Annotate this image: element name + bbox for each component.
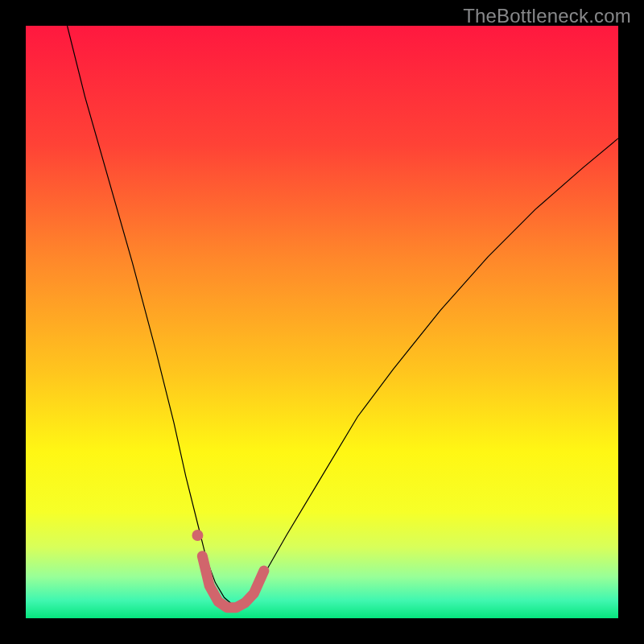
- series-optimal-marker-dot: [192, 530, 203, 541]
- chart-background: [26, 26, 618, 618]
- watermark-text: TheBottleneck.com: [463, 5, 631, 27]
- chart-frame: TheBottleneck.com: [0, 0, 644, 644]
- chart-canvas: [26, 26, 618, 618]
- plot-area: [26, 26, 618, 618]
